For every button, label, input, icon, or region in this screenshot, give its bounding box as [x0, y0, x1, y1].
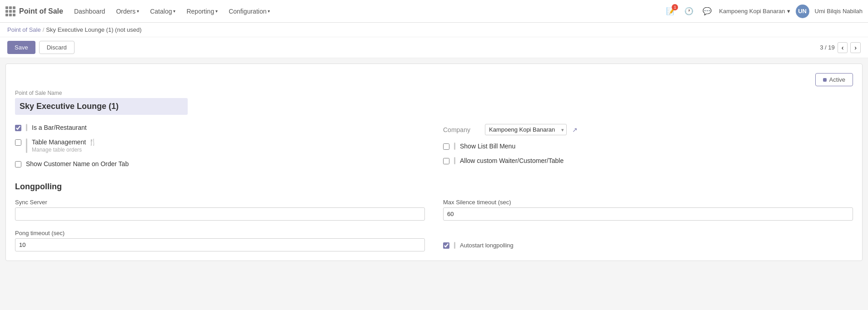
pagination-info: 3 / 19 — [820, 44, 835, 51]
bar-separator-4 — [454, 157, 455, 164]
status-label: Active — [829, 76, 845, 83]
next-button[interactable]: › — [850, 42, 861, 53]
longpolling-heading: Longpolling — [15, 182, 853, 192]
navbar-right: 📝 1 🕐 💬 Kampoeng Kopi Banaran ▾ UN Umi B… — [664, 5, 863, 18]
external-link-icon[interactable]: ↗ — [572, 126, 578, 133]
nav-dashboard[interactable]: Dashboard — [70, 0, 109, 23]
autostart-row: Autostart longpolling — [443, 242, 853, 249]
table-management-sublabel: Manage table orders — [32, 147, 96, 153]
breadcrumb-current: Sky Executive Lounge (1) (not used) — [46, 26, 141, 33]
status-area: Active — [15, 73, 853, 86]
autostart-label[interactable]: Autostart longpolling — [460, 242, 514, 249]
discard-button[interactable]: Discard — [39, 41, 75, 54]
save-button[interactable]: Save — [7, 41, 35, 54]
table-management-icon: 🍴 — [89, 138, 96, 146]
table-management-content: Table Management 🍴 Manage table orders — [32, 138, 96, 153]
show-customer-name-label[interactable]: Show Customer Name on Order Tab — [26, 160, 129, 167]
is-bar-restaurant-checkbox[interactable] — [15, 125, 21, 131]
user-initials: UN — [798, 8, 807, 15]
max-silence-group: Max Silence timeout (sec) — [443, 199, 853, 221]
configuration-chevron: ▾ — [268, 9, 270, 14]
breadcrumb-separator: / — [43, 26, 45, 33]
company-selector[interactable]: Kampoeng Kopi Banaran ▾ — [719, 8, 790, 15]
form-col-left: Is a Bar/Restaurant Table Management 🍴 M… — [15, 124, 425, 175]
company-selector-name: Kampoeng Kopi Banaran — [719, 8, 785, 15]
avatar[interactable]: UN — [796, 5, 809, 18]
breadcrumb: Point of Sale / Sky Executive Lounge (1)… — [0, 23, 868, 37]
is-bar-restaurant-label[interactable]: Is a Bar/Restaurant — [32, 124, 87, 131]
allow-custom-waiter-label[interactable]: Allow custom Waiter/Customer/Table — [460, 157, 564, 164]
sync-server-group: Sync Server — [15, 199, 425, 221]
pong-timeout-label: Pong timeout (sec) — [15, 230, 425, 236]
pong-timeout-group: Pong timeout (sec) — [15, 230, 425, 251]
nav-catalog[interactable]: Catalog ▾ — [146, 0, 179, 23]
show-list-bill-row: Show List Bill Menu — [443, 143, 853, 150]
bar-separator-5 — [454, 242, 455, 249]
form-columns: Is a Bar/Restaurant Table Management 🍴 M… — [15, 124, 853, 175]
allow-custom-waiter-row: Allow custom Waiter/Customer/Table — [443, 157, 853, 164]
field-label: Point of Sale Name — [15, 90, 853, 96]
form-col-right: Company Kampoeng Kopi Banaran ↗ Show Lis… — [443, 124, 853, 175]
active-dot-icon — [823, 78, 827, 82]
show-customer-name-checkbox[interactable] — [15, 161, 21, 167]
catalog-chevron: ▾ — [173, 9, 175, 14]
username: Umi Bilqis Nabilah — [815, 8, 863, 15]
pos-name-field: Point of Sale Name — [15, 90, 853, 124]
pos-name-input[interactable] — [15, 98, 188, 115]
company-label: Company — [443, 126, 479, 133]
clock-icon[interactable]: 🕐 — [683, 5, 695, 18]
max-silence-label: Max Silence timeout (sec) — [443, 199, 853, 206]
main-content: Active Point of Sale Name Is a Bar/Resta… — [5, 64, 863, 261]
max-silence-input[interactable] — [443, 207, 853, 221]
show-list-bill-label[interactable]: Show List Bill Menu — [460, 143, 515, 150]
brand-logo: Point of Sale — [19, 7, 63, 15]
is-bar-restaurant-row: Is a Bar/Restaurant — [15, 124, 425, 131]
toolbar-actions: Save Discard — [7, 41, 75, 54]
autostart-group: spacer Autostart longpolling — [443, 230, 853, 251]
table-management-label[interactable]: Table Management 🍴 — [32, 138, 96, 146]
sync-server-label: Sync Server — [15, 199, 425, 206]
company-row: Company Kampoeng Kopi Banaran ↗ — [443, 124, 853, 135]
notification-icon[interactable]: 📝 1 — [664, 5, 677, 18]
top-navbar: Point of Sale Dashboard Orders ▾ Catalog… — [0, 0, 868, 23]
nav-orders[interactable]: Orders ▾ — [112, 0, 143, 23]
reporting-chevron: ▾ — [215, 9, 218, 14]
longpolling-section: Longpolling Sync Server Max Silence time… — [15, 182, 853, 251]
autostart-checkbox[interactable] — [443, 242, 449, 249]
chat-icon[interactable]: 💬 — [701, 5, 713, 18]
table-management-checkbox[interactable] — [15, 139, 21, 146]
notification-badge: 1 — [672, 4, 678, 10]
show-customer-name-row: Show Customer Name on Order Tab — [15, 160, 425, 167]
orders-chevron: ▾ — [137, 9, 139, 14]
toolbar: Save Discard 3 / 19 ‹ › — [0, 37, 868, 58]
breadcrumb-parent[interactable]: Point of Sale — [7, 26, 41, 33]
brand-name: Point of Sale — [19, 7, 63, 15]
company-select[interactable]: Kampoeng Kopi Banaran — [485, 124, 567, 135]
allow-custom-waiter-checkbox[interactable] — [443, 158, 449, 164]
nav-reporting[interactable]: Reporting ▾ — [183, 0, 221, 23]
bar-separator-3 — [454, 143, 455, 150]
bar-separator-2 — [26, 138, 27, 153]
company-select-wrapper: Kampoeng Kopi Banaran — [485, 124, 567, 135]
status-button[interactable]: Active — [815, 73, 853, 86]
nav-configuration[interactable]: Configuration ▾ — [225, 0, 274, 23]
pong-timeout-input[interactable] — [15, 238, 425, 251]
table-management-row: Table Management 🍴 Manage table orders — [15, 138, 425, 153]
longpolling-grid: Sync Server Max Silence timeout (sec) Po… — [15, 199, 853, 251]
pagination: 3 / 19 ‹ › — [820, 42, 861, 53]
bar-separator — [26, 124, 27, 131]
sync-server-input[interactable] — [15, 207, 425, 221]
prev-button[interactable]: ‹ — [838, 42, 848, 53]
apps-icon[interactable] — [5, 6, 15, 16]
show-list-bill-checkbox[interactable] — [443, 143, 449, 150]
company-selector-chevron: ▾ — [787, 8, 790, 15]
